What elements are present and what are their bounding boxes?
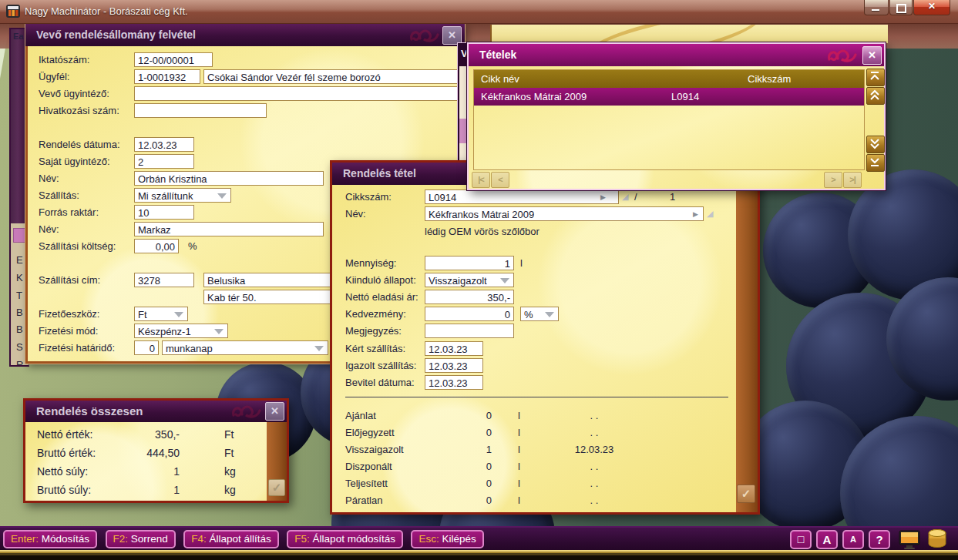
items-window-close-button[interactable]: ✕ (862, 46, 882, 65)
next-record-button[interactable]: > (824, 172, 842, 188)
hotkey-label: Állapot állítás (210, 533, 271, 545)
szallitasi-koltseg-unit: % (188, 240, 197, 252)
totals-window-titlebar[interactable]: Rendelés összesen ✕ (25, 401, 287, 422)
summary-date: . . (563, 410, 625, 421)
szallitasi-cim-city-input[interactable]: Belusika (203, 273, 336, 287)
szallitas-label: Szállítás: (39, 189, 79, 201)
totals-confirm-check-button[interactable]: ✓ (268, 479, 285, 496)
rendeles-datuma-label: Rendelés dátuma: (39, 139, 120, 150)
fizetoeszkoz-label: Fizetőeszköz: (39, 308, 99, 320)
first-record-button[interactable]: |< (472, 172, 490, 188)
totals-value: 350,- (87, 428, 180, 441)
window-mode-button[interactable]: □ (790, 530, 812, 549)
minimize-button[interactable] (864, 0, 889, 15)
hivatkozasi-szam-label: Hivatkozási szám: (39, 105, 119, 116)
close-button[interactable]: ✕ (913, 0, 950, 15)
hidden-window-header-fragment (13, 228, 26, 243)
help-button[interactable]: ? (869, 530, 890, 549)
resize-corner-icon[interactable]: ◢ (622, 192, 628, 202)
szallitas-value: Mi szállítunk (138, 190, 193, 202)
hotkey: Enter: (11, 533, 39, 545)
spin-next-icon[interactable]: ▶ (693, 210, 698, 218)
igazolt-szallitas-input[interactable]: 12.03.23 (425, 358, 483, 373)
items-table: Cikk név Cikkszám Kékfrankos Mátrai 2009… (473, 69, 865, 170)
forras-raktar-input[interactable]: 10 (134, 205, 194, 220)
resize-corner-icon[interactable]: ◢ (707, 209, 713, 219)
bevitel-datuma-input[interactable]: 12.03.23 (425, 375, 483, 390)
scroll-to-bottom-button[interactable] (866, 154, 885, 172)
cikkszam-input[interactable]: L0914 (425, 189, 619, 204)
order-totals-window: Rendelés összesen ✕ ✓ Nettó érték: 350,-… (23, 398, 289, 503)
item-window-title: Rendelés tétel (343, 167, 416, 179)
logo-swirl-icon (827, 47, 858, 64)
item-window-side-strip (736, 185, 758, 512)
totals-label: Nettó érték: (37, 428, 92, 441)
confirm-check-button[interactable]: ✓ (737, 485, 755, 503)
last-record-button[interactable]: >| (843, 172, 862, 188)
szallitasi-koltseg-input[interactable]: 0,00 (134, 239, 179, 253)
vevo-ugyintezo-input[interactable] (134, 86, 459, 101)
kiindulo-allapot-dropdown[interactable]: Visszaigazolt (425, 273, 514, 287)
szallitas-dropdown[interactable]: Mi szállítunk (134, 188, 231, 203)
item-code-cell: L0914 (671, 88, 699, 106)
database-icon[interactable] (927, 528, 947, 551)
hotkey: F4: (191, 533, 207, 545)
monitor-icon[interactable] (898, 530, 921, 550)
previous-record-button[interactable]: < (491, 172, 509, 188)
sajat-ugyintezo-input[interactable]: 2 (134, 154, 194, 169)
double-chevron-up-icon (867, 88, 882, 102)
kert-szallitas-input[interactable]: 12.03.23 (425, 341, 483, 356)
ugyfel-name-input[interactable]: Csókai Sándor Vezér fél szeme borozó (203, 69, 459, 84)
nev2-input[interactable]: Markaz (134, 222, 324, 236)
szallitasi-cim-street-input[interactable]: Kab tér 50. (203, 290, 336, 304)
hivatkozasi-szam-input[interactable] (134, 103, 267, 118)
esc-kilepes-button[interactable]: Esc: Kilépés (411, 530, 483, 548)
iktatoszam-label: Iktatószám: (39, 54, 89, 65)
summary-unit: l (518, 461, 520, 472)
order-window-titlebar[interactable]: Vevő rendelésállomány felvétel ✕ (25, 24, 465, 46)
nev1-input[interactable]: Orbán Krisztina (134, 171, 324, 186)
app-icon (6, 5, 20, 18)
enter-modositas-button[interactable]: Enter: Módosítás (3, 530, 97, 548)
ugyfel-code-input[interactable]: 1-0001932 (134, 69, 200, 84)
f5-allapot-modositas-button[interactable]: F5: Állapot módosítás (287, 530, 403, 548)
scroll-to-top-button[interactable] (866, 69, 885, 86)
app-titlebar: Nagy Machinátor - Borászati cég Kft. ✕ (0, 0, 958, 24)
column-name[interactable]: Cikk név (481, 70, 519, 88)
column-code[interactable]: Cikkszám (748, 70, 791, 88)
summary-qty: 0 (425, 495, 492, 506)
items-window-titlebar[interactable]: Tételek ✕ (469, 44, 884, 66)
szallitasi-cim-zip-input[interactable]: 3278 (134, 273, 194, 287)
fizetesi-mod-dropdown[interactable]: Készpénz-1 (134, 324, 228, 338)
kedvezmeny-input[interactable]: 0 (425, 307, 514, 321)
hotkey-label: Kilépés (442, 533, 476, 545)
font-increase-button[interactable]: A (816, 530, 838, 549)
page-up-button[interactable] (866, 87, 885, 105)
totals-window-close-button[interactable]: ✕ (265, 402, 284, 421)
netto-ar-input[interactable]: 350,- (425, 290, 514, 304)
rendeles-datuma-input[interactable]: 12.03.23 (134, 137, 194, 152)
summary-qty: 0 (425, 461, 492, 472)
summary-date: . . (563, 478, 625, 489)
kedvezmeny-unit-dropdown[interactable]: % (520, 307, 559, 321)
maximize-button[interactable] (889, 0, 913, 15)
item-info-text: lédig OEM vörös szőlőbor (425, 226, 540, 237)
fizetesi-hatarido-unit-dropdown[interactable]: munkanap (162, 340, 328, 355)
font-decrease-button[interactable]: A (842, 530, 864, 549)
iktatoszam-input[interactable]: 12-00/00001 (134, 52, 213, 67)
page-down-button[interactable] (866, 136, 885, 153)
table-row[interactable]: Kékfrankos Mátrai 2009 L0914 (474, 88, 864, 106)
mennyiseg-input[interactable]: 1 (425, 256, 514, 270)
totals-unit: Ft (224, 428, 234, 441)
items-table-header[interactable]: Cikk név Cikkszám (474, 70, 864, 88)
summary-label: Ajánlat (345, 410, 376, 421)
fizetoeszkoz-dropdown[interactable]: Ft (134, 307, 188, 321)
f2-sorrend-button[interactable]: F2: Sorrend (106, 530, 176, 548)
hotkey-label: Módosítás (42, 533, 89, 545)
f4-allapot-allitas-button[interactable]: F4: Állapot állítás (183, 530, 279, 548)
fizetesi-hatarido-input[interactable]: 0 (134, 340, 159, 355)
item-nev-input[interactable]: Kékfrankos Mátrai 2009 (425, 206, 704, 221)
megjegyzes-input[interactable] (425, 324, 514, 338)
spin-next-icon[interactable]: ▶ (600, 193, 606, 201)
totals-value: 444,50 (87, 447, 180, 459)
